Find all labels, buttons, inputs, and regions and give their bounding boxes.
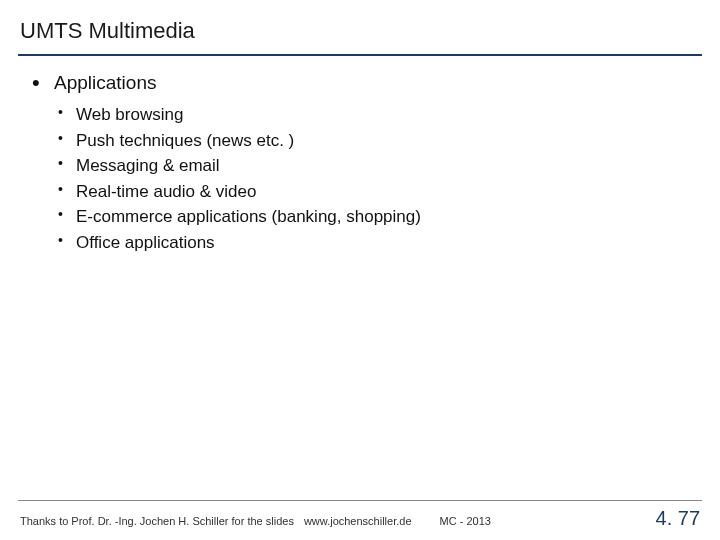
list-item: Real-time audio & video <box>54 179 690 205</box>
bullet-list-level1: Applications Web browsing Push technique… <box>30 72 690 255</box>
list-item: Push techniques (news etc. ) <box>54 128 690 154</box>
list-item: Web browsing <box>54 102 690 128</box>
list-heading: Applications <box>54 72 156 93</box>
slide-title: UMTS Multimedia <box>20 18 700 44</box>
footer-url: www.jochenschiller.de <box>304 515 412 527</box>
footer: Thanks to Prof. Dr. -Ing. Jochen H. Schi… <box>0 500 720 540</box>
footer-divider <box>18 500 702 501</box>
list-item: E-commerce applications (banking, shoppi… <box>54 204 690 230</box>
list-item: Messaging & email <box>54 153 690 179</box>
bullet-list-level2: Web browsing Push techniques (news etc. … <box>54 102 690 255</box>
footer-row: Thanks to Prof. Dr. -Ing. Jochen H. Schi… <box>0 507 720 540</box>
footer-course: MC - 2013 <box>440 515 491 527</box>
footer-page-number: 4. 77 <box>656 507 700 530</box>
list-item: Applications Web browsing Push technique… <box>30 72 690 255</box>
content-area: Applications Web browsing Push technique… <box>0 56 720 255</box>
title-area: UMTS Multimedia <box>0 0 720 50</box>
slide: UMTS Multimedia Applications Web browsin… <box>0 0 720 540</box>
list-item: Office applications <box>54 230 690 256</box>
footer-credit: Thanks to Prof. Dr. -Ing. Jochen H. Schi… <box>20 515 294 527</box>
